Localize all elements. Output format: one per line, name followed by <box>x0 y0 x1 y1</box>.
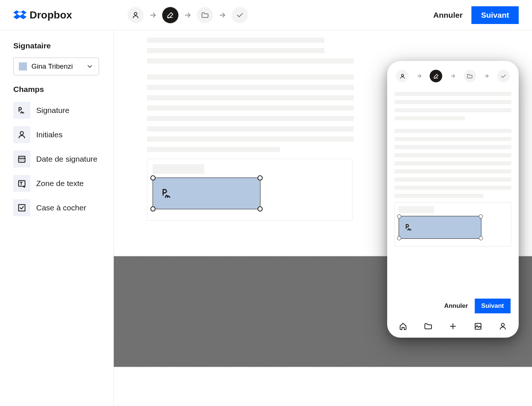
text-placeholder <box>395 145 511 149</box>
mobile-preview: Annuler Suivant <box>387 61 519 338</box>
text-placeholder <box>395 92 511 96</box>
person-icon <box>399 73 406 79</box>
check-icon <box>500 73 507 79</box>
signature-icon <box>403 223 415 232</box>
signature-field[interactable] <box>153 178 260 209</box>
arrow-right-icon <box>149 11 157 19</box>
text-placeholder <box>395 194 483 198</box>
text-placeholder <box>153 164 204 174</box>
resize-handle[interactable] <box>479 236 483 240</box>
step-save[interactable] <box>464 70 476 82</box>
text-placeholder <box>147 147 280 152</box>
field-textbox[interactable]: Zone de texte <box>13 175 100 192</box>
text-placeholder <box>147 126 354 131</box>
field-label: Zone de texte <box>36 179 83 188</box>
folder-icon <box>467 73 473 79</box>
field-label: Date de signature <box>36 155 98 164</box>
signer-dropdown[interactable]: Gina Tribenzi <box>13 58 99 75</box>
signer-heading: Signataire <box>13 41 100 50</box>
signer-color-swatch <box>19 62 27 70</box>
step-review[interactable] <box>232 7 248 23</box>
signature-field[interactable] <box>399 216 481 239</box>
pen-icon <box>166 11 174 19</box>
resize-handle[interactable] <box>150 206 156 211</box>
textbox-icon <box>13 175 30 192</box>
step-prepare[interactable] <box>162 7 178 23</box>
resize-handle[interactable] <box>150 175 156 180</box>
text-placeholder <box>147 137 354 142</box>
resize-handle[interactable] <box>258 206 263 211</box>
tab-files[interactable] <box>423 321 433 331</box>
cancel-button[interactable]: Annuler <box>444 302 468 310</box>
field-signature[interactable]: Signature <box>13 102 100 119</box>
tab-photos[interactable] <box>473 321 483 331</box>
cancel-button[interactable]: Annuler <box>433 11 463 20</box>
next-button[interactable]: Suivant <box>475 299 511 313</box>
progress-stepper <box>127 7 248 23</box>
tab-account[interactable] <box>498 321 508 331</box>
field-label: Signature <box>36 106 69 115</box>
resize-handle[interactable] <box>479 214 483 219</box>
signature-icon <box>13 102 30 119</box>
text-placeholder <box>147 75 354 80</box>
mobile-actions: Annuler Suivant <box>395 296 511 319</box>
image-icon <box>474 322 482 331</box>
tab-home[interactable] <box>398 321 408 331</box>
logo-text: Dropbox <box>30 9 72 21</box>
text-placeholder <box>147 85 354 90</box>
text-placeholder <box>395 129 511 133</box>
document-page <box>147 38 354 221</box>
chevron-down-icon <box>86 63 93 70</box>
field-checkbox[interactable]: Case à cocher <box>13 199 100 216</box>
app-header: Dropbox Annuler Suivant <box>0 0 532 30</box>
text-placeholder <box>147 38 324 43</box>
home-icon <box>399 322 407 331</box>
next-button[interactable]: Suivant <box>471 6 519 24</box>
signature-region <box>395 202 511 247</box>
checkbox-icon <box>13 199 30 216</box>
resize-handle[interactable] <box>258 175 263 180</box>
mobile-document[interactable] <box>395 92 511 296</box>
step-prepare[interactable] <box>430 70 442 82</box>
field-date-signed[interactable]: Date de signature <box>13 151 100 168</box>
signature-region <box>147 159 352 221</box>
step-save[interactable] <box>197 7 213 23</box>
text-placeholder <box>395 153 511 157</box>
folder-icon <box>424 322 433 331</box>
fields-heading: Champs <box>13 85 100 94</box>
text-placeholder <box>395 116 465 120</box>
text-placeholder <box>147 116 354 121</box>
field-label: Case à cocher <box>36 203 86 212</box>
person-icon <box>13 126 30 143</box>
signer-name: Gina Tribenzi <box>31 62 82 70</box>
text-placeholder <box>395 169 511 173</box>
field-initials[interactable]: Initiales <box>13 126 100 143</box>
tab-create[interactable] <box>448 321 458 331</box>
resize-handle[interactable] <box>397 236 401 240</box>
folder-icon <box>201 11 209 19</box>
person-icon <box>132 11 140 19</box>
text-placeholder <box>399 206 434 213</box>
arrow-right-icon <box>484 73 490 79</box>
text-placeholder <box>395 108 511 112</box>
text-placeholder <box>395 186 511 190</box>
field-list: Signature Initiales Date de signature Zo… <box>13 102 100 216</box>
signature-icon <box>160 187 174 200</box>
pen-icon <box>433 73 439 79</box>
field-label: Initiales <box>36 130 62 139</box>
text-placeholder <box>395 161 511 165</box>
person-icon <box>498 322 507 331</box>
step-signers[interactable] <box>396 70 409 82</box>
resize-handle[interactable] <box>397 214 401 219</box>
check-icon <box>236 11 244 19</box>
plus-icon <box>449 322 457 331</box>
text-placeholder <box>395 178 511 182</box>
step-review[interactable] <box>497 70 510 82</box>
text-placeholder <box>395 137 511 141</box>
fields-sidebar: Signataire Gina Tribenzi Champs Signatur… <box>0 30 114 406</box>
text-placeholder <box>147 58 354 63</box>
text-placeholder <box>147 48 324 53</box>
text-placeholder <box>395 100 511 104</box>
step-signers[interactable] <box>127 7 144 23</box>
text-placeholder <box>147 106 354 111</box>
